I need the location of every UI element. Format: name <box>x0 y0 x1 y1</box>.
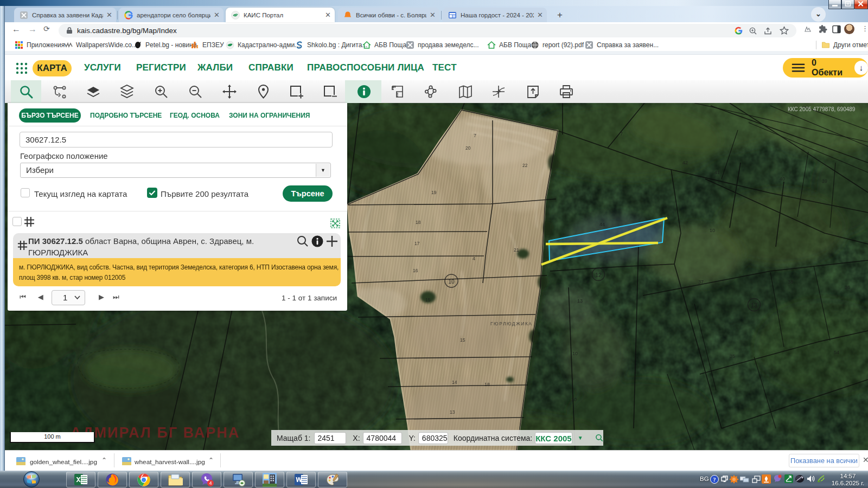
svg-text:20: 20 <box>465 145 471 151</box>
svg-text:12: 12 <box>595 272 602 278</box>
svg-text:15: 15 <box>460 337 465 343</box>
svg-text:54: 54 <box>834 350 839 355</box>
svg-text:7: 7 <box>474 133 476 138</box>
svg-text:42: 42 <box>682 160 688 165</box>
svg-text:14: 14 <box>452 380 457 385</box>
svg-text:ГЮРЛЮДЖИКА: ГЮРЛЮДЖИКА <box>490 321 533 326</box>
svg-text:44: 44 <box>599 222 605 227</box>
svg-text:4: 4 <box>473 256 475 261</box>
svg-text:17: 17 <box>414 241 420 246</box>
svg-text:10: 10 <box>571 397 577 402</box>
svg-text:10: 10 <box>572 351 578 356</box>
svg-text:41: 41 <box>714 170 720 175</box>
svg-text:13: 13 <box>577 298 583 304</box>
svg-text:39: 39 <box>822 178 827 184</box>
svg-text:18: 18 <box>484 382 490 387</box>
svg-text:15: 15 <box>425 297 431 303</box>
svg-text:36: 36 <box>845 285 850 290</box>
svg-text:37: 37 <box>698 279 704 285</box>
svg-text:7: 7 <box>620 131 623 137</box>
svg-text:35: 35 <box>730 354 735 359</box>
svg-text:13: 13 <box>450 409 455 415</box>
svg-text:?: ? <box>713 476 716 483</box>
svg-text:22: 22 <box>522 163 528 168</box>
svg-text:40: 40 <box>780 176 785 182</box>
svg-text:10: 10 <box>710 228 715 233</box>
svg-text:4: 4 <box>209 480 212 486</box>
svg-text:38: 38 <box>788 279 793 285</box>
svg-text:21: 21 <box>514 247 519 253</box>
svg-text:19: 19 <box>431 190 437 195</box>
svg-text:16: 16 <box>413 268 418 273</box>
svg-text:18: 18 <box>416 220 421 225</box>
svg-text:13: 13 <box>751 302 757 309</box>
svg-text:10: 10 <box>448 278 455 285</box>
